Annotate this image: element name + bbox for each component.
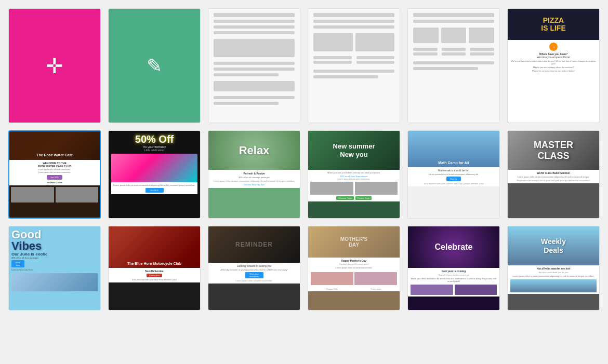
preview-travel: WeeklyDeals Not all who wander are lost …	[508, 226, 599, 310]
preview-registration: Math Camp for All Mathematics should be …	[408, 131, 499, 218]
fitness-title-text: New summerNew you	[333, 142, 375, 158]
pizza-title-text: PIZZAIS LIFE	[541, 17, 565, 33]
card-label-celebration: Celebration	[408, 310, 499, 311]
registration-title-text: Math Camp for All	[408, 161, 499, 165]
card-label-notification: Notification	[208, 310, 300, 311]
preview-birthday: 50% Off It's your Birthday Little celebr…	[109, 131, 200, 218]
preview-reengage: PIZZAIS LIFE 🍕 Where have you been? We m…	[508, 9, 599, 123]
preview-drag-drop: ✛	[9, 9, 100, 123]
card-birthday[interactable]: 50% Off It's your Birthday Little celebr…	[108, 130, 201, 219]
notification-cta-button[interactable]: View your newsletter	[245, 272, 263, 278]
card-single-column[interactable]: Single column email	[208, 8, 300, 123]
hotel-title-text: GoodVibes	[11, 229, 98, 252]
card-three-column[interactable]: Three-column email	[407, 8, 500, 123]
registration-cta-button[interactable]: Sign Up	[446, 177, 461, 181]
card-drag-drop[interactable]: ✛ Drag & Drop Editor	[8, 8, 101, 123]
hotel-subtitle-text: Our June is exotic	[11, 252, 98, 257]
card-rich-text[interactable]: ✎ Rich Text Editor	[108, 8, 201, 123]
card-early-bird[interactable]: MASTERCLASS World Class Ballet Mindset L…	[507, 130, 600, 219]
preview-three-column	[408, 9, 499, 123]
preview-two-column	[308, 9, 400, 123]
celebration-title-text: Celebrate	[435, 242, 473, 252]
move-icon: ✛	[46, 54, 63, 78]
card-notification[interactable]: REMINDER Looking forward to seeing you A…	[208, 226, 300, 311]
notification-overlay-text: REMINDER	[208, 226, 300, 263]
preview-fitness: New summerNew you When you own your brea…	[308, 131, 400, 218]
preview-hotel: GoodVibes Our June is exotic 40% off on …	[9, 226, 100, 310]
card-label-travel: Travel Agency	[508, 310, 599, 311]
club-header-title: The Rose Water Cafe	[9, 152, 100, 158]
card-label-birthday: Birthday	[109, 218, 200, 219]
card-label-reengage: Re engage	[508, 123, 599, 123]
card-label-registration: Registration	[408, 218, 499, 219]
preview-notification: REMINDER Looking forward to seeing you A…	[208, 226, 300, 310]
preview-delivery: The Blue Horn Motorcycle Club New Delive…	[109, 226, 200, 310]
travel-title-text: WeeklyDeals	[541, 237, 566, 255]
birthday-offer-text: 50% Off	[111, 133, 197, 145]
card-reengage[interactable]: PIZZAIS LIFE 🍕 Where have you been? We m…	[507, 8, 600, 123]
card-mothers-day[interactable]: MOTHER'SDAY Happy Mother's Day You have …	[308, 226, 400, 311]
card-new-deliveries[interactable]: The Blue Horn Motorcycle Club New Delive…	[108, 226, 201, 311]
card-label-mothers: Mother's Day	[308, 310, 400, 311]
card-label-drag-drop: Drag & Drop Editor	[9, 123, 100, 123]
preview-mothers: MOTHER'SDAY Happy Mother's Day You have …	[308, 226, 400, 310]
card-label-early-bird: Early Bird	[508, 218, 599, 219]
spa-title-text: Relax	[239, 144, 270, 157]
card-two-column[interactable]: Two-column email	[308, 8, 400, 123]
card-registration[interactable]: Math Camp for All Mathematics should be …	[407, 130, 500, 219]
template-grid: ✛ Drag & Drop Editor ✎ Rich Text Editor …	[8, 8, 600, 311]
card-label-three-column: Three-column email	[408, 123, 499, 123]
card-label-welcome-club: Welcome to the club	[9, 218, 100, 219]
card-label-hotel: Hotel	[9, 310, 100, 311]
card-label-spa: Spa & Wellness	[208, 218, 300, 219]
card-travel-agency[interactable]: WeeklyDeals Not all who wander are lost …	[507, 226, 600, 311]
club-cta-button[interactable]: Get 50%	[47, 175, 62, 180]
card-label-fitness: Fitness Class	[308, 218, 400, 219]
card-spa-wellness[interactable]: Relax Refresh & Revive 40% off on all ma…	[208, 130, 300, 219]
card-label-rich-text: Rich Text Editor	[109, 123, 200, 123]
preview-celebration: Celebrate New year is coming May all of …	[408, 226, 499, 310]
card-welcome-club[interactable]: The Rose Water Cafe WELCOME TO THEROSE W…	[8, 130, 101, 219]
card-label-single-column: Single column email	[208, 123, 300, 123]
preview-rich-text: ✎	[109, 9, 200, 123]
preview-earlybird: MASTERCLASS World Class Ballet Mindset L…	[508, 131, 599, 218]
card-celebration[interactable]: Celebrate New year is coming May all of …	[407, 226, 500, 311]
preview-single-column	[208, 9, 300, 123]
mothers-title-text: MOTHER'SDAY	[340, 236, 367, 248]
card-fitness-class[interactable]: New summerNew you When you own your brea…	[308, 130, 400, 219]
pencil-icon: ✎	[147, 55, 162, 77]
card-label-two-column: Two-column email	[308, 123, 400, 123]
preview-spa: Relax Refresh & Revive 40% off on all ma…	[208, 131, 300, 218]
preview-welcome-club: The Rose Water Cafe WELCOME TO THEROSE W…	[9, 131, 100, 218]
delivery-cta-button[interactable]: Check Now	[147, 274, 162, 277]
hotel-cta-button[interactable]: Book now	[11, 260, 24, 267]
card-label-deliveries: New Deliveries	[109, 310, 200, 311]
earlybird-title-text: MASTERCLASS	[534, 140, 573, 161]
card-hotel[interactable]: GoodVibes Our June is exotic 40% off on …	[8, 226, 101, 311]
